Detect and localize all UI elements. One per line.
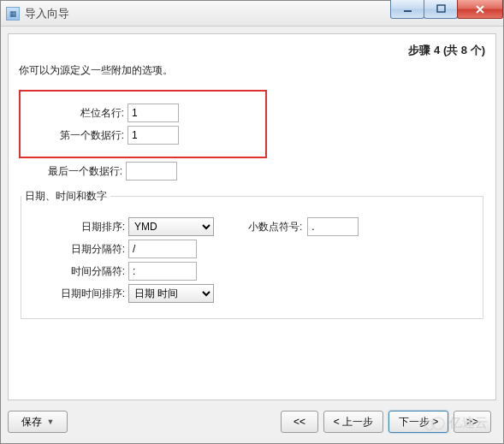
- close-icon: [475, 4, 485, 15]
- first-button-label: <<: [294, 416, 305, 428]
- col-name-row-label: 栏位名行:: [21, 106, 127, 121]
- svg-rect-0: [404, 10, 412, 12]
- maximize-button[interactable]: [424, 0, 458, 19]
- prev-button[interactable]: < 上一步: [323, 411, 383, 433]
- datetime-order-label: 日期时间排序:: [21, 287, 128, 301]
- highlighted-section: 栏位名行: 第一个数据行:: [19, 90, 267, 158]
- save-button-label: 保存: [21, 415, 42, 429]
- row-last-data: 最后一个数据行:: [19, 162, 485, 181]
- prev-button-label: < 上一步: [334, 415, 373, 429]
- date-sep-input[interactable]: [128, 240, 197, 258]
- titlebar: ▦ 导入向导: [1, 1, 503, 27]
- step-indicator: 步骤 4 (共 8 个): [19, 43, 485, 58]
- row-decimal: 小数点符号:: [248, 217, 359, 236]
- app-icon: ▦: [6, 7, 20, 21]
- maximize-icon: [436, 4, 446, 14]
- last-data-row-label: 最后一个数据行:: [19, 164, 126, 179]
- datetime-grid: 日期排序: YMD 小数点符号: 日期分隔符:: [21, 214, 474, 306]
- row-date-order: 日期排序: YMD 小数点符号:: [21, 217, 359, 236]
- watermark: 亿速云: [424, 415, 488, 431]
- first-data-row-input[interactable]: [127, 126, 179, 145]
- datetime-fieldset: 日期、时间和数字 日期排序: YMD 小数点符号: 日期分隔符:: [21, 189, 483, 319]
- dropdown-icon: ▼: [47, 417, 55, 426]
- time-sep-input[interactable]: [128, 262, 197, 281]
- watermark-icon: [424, 416, 446, 431]
- content-panel: 步骤 4 (共 8 个) 你可以为源定义一些附加的选项。 栏位名行: 第一个数据…: [8, 33, 496, 400]
- datetime-legend: 日期、时间和数字: [21, 189, 110, 204]
- close-button[interactable]: [457, 0, 503, 19]
- minimize-icon: [403, 4, 412, 14]
- row-time-sep: 时间分隔符:: [21, 262, 359, 281]
- window-title: 导入向导: [25, 6, 69, 21]
- date-order-label: 日期排序:: [21, 220, 128, 234]
- row-col-name: 栏位名行:: [21, 104, 258, 122]
- time-sep-label: 时间分隔符:: [21, 264, 128, 279]
- decimal-label: 小数点符号:: [248, 220, 307, 234]
- watermark-text: 亿速云: [449, 415, 488, 431]
- row-first-data: 第一个数据行:: [21, 126, 258, 145]
- first-data-row-label: 第一个数据行:: [21, 128, 127, 143]
- wizard-window: ▦ 导入向导 步骤 4 (共 8 个) 你可以为源定义一些附加的选项。 栏位名行…: [0, 0, 504, 444]
- last-data-row-input[interactable]: [126, 162, 177, 181]
- save-button[interactable]: 保存 ▼: [8, 411, 68, 433]
- date-sep-label: 日期分隔符:: [21, 242, 128, 257]
- row-datetime-order: 日期时间排序: 日期 时间: [21, 284, 359, 303]
- row-date-sep: 日期分隔符:: [21, 240, 359, 258]
- col-name-row-input[interactable]: [127, 104, 179, 122]
- date-order-select[interactable]: YMD: [128, 217, 214, 236]
- instruction-text: 你可以为源定义一些附加的选项。: [19, 63, 485, 78]
- svg-rect-1: [437, 5, 445, 12]
- datetime-order-select[interactable]: 日期 时间: [128, 284, 214, 303]
- decimal-input[interactable]: [307, 217, 359, 236]
- minimize-button[interactable]: [390, 0, 424, 19]
- first-button[interactable]: <<: [281, 411, 318, 433]
- window-controls: [391, 0, 503, 19]
